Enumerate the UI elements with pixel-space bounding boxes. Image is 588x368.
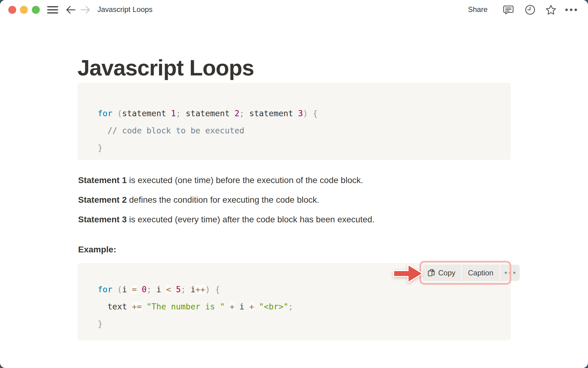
zoom-window-button[interactable] <box>32 6 40 14</box>
copy-button-label: Copy <box>438 269 455 277</box>
comment-icon <box>503 4 514 15</box>
favorite-button[interactable] <box>545 4 557 16</box>
statement-1-paragraph: Statement 1 is executed (one time) befor… <box>78 175 363 185</box>
history-clock-icon <box>525 4 536 15</box>
statement-3-text: is executed (every time) after the code … <box>127 215 375 224</box>
more-options-icon <box>565 9 577 11</box>
copy-button[interactable]: Copy <box>423 265 461 281</box>
example-heading: Example: <box>78 245 116 255</box>
back-button[interactable] <box>65 4 77 16</box>
menu-icon[interactable] <box>47 6 58 13</box>
share-button[interactable]: Share <box>468 5 488 14</box>
minimize-window-button[interactable] <box>20 6 28 14</box>
copy-icon <box>427 269 435 277</box>
statement-2-paragraph: Statement 2 defines the condition for ex… <box>78 195 319 205</box>
caption-button[interactable]: Caption <box>462 265 499 281</box>
page-title: Javascript Loops <box>77 56 254 80</box>
close-window-button[interactable] <box>8 6 16 14</box>
statement-1-text: is executed (one time) before the execut… <box>127 175 363 185</box>
caption-button-label: Caption <box>468 269 493 277</box>
app-window: Javascript Loops Share Javascript Loops … <box>0 0 588 368</box>
code-content: for (statement 1; statement 2; statement… <box>98 105 318 156</box>
breadcrumb-page-title[interactable]: Javascript Loops <box>97 5 153 14</box>
statement-1-term: Statement 1 <box>78 175 127 185</box>
forward-button[interactable] <box>80 4 91 16</box>
more-options-button[interactable] <box>565 4 577 16</box>
code-toolbar: Copy Caption <box>423 265 520 281</box>
statement-2-text: defines the condition for executing the … <box>127 195 319 205</box>
title-bar: Javascript Loops Share <box>0 0 588 20</box>
code-more-button[interactable] <box>500 265 520 281</box>
comments-button[interactable] <box>503 4 514 16</box>
forward-arrow-icon <box>80 5 91 14</box>
statement-3-paragraph: Statement 3 is executed (every time) aft… <box>78 215 375 224</box>
page-history-button[interactable] <box>524 4 536 16</box>
red-arrow-pointer-icon <box>393 263 423 284</box>
ellipsis-icon <box>505 272 515 274</box>
statement-2-term: Statement 2 <box>78 195 127 205</box>
back-arrow-icon <box>66 5 76 14</box>
code-content: for (i = 0; i < 5; i++) { text += "The n… <box>98 281 293 332</box>
star-icon <box>545 4 557 15</box>
code-block-syntax: for (statement 1; statement 2; statement… <box>77 83 511 160</box>
statement-3-term: Statement 3 <box>78 215 127 224</box>
